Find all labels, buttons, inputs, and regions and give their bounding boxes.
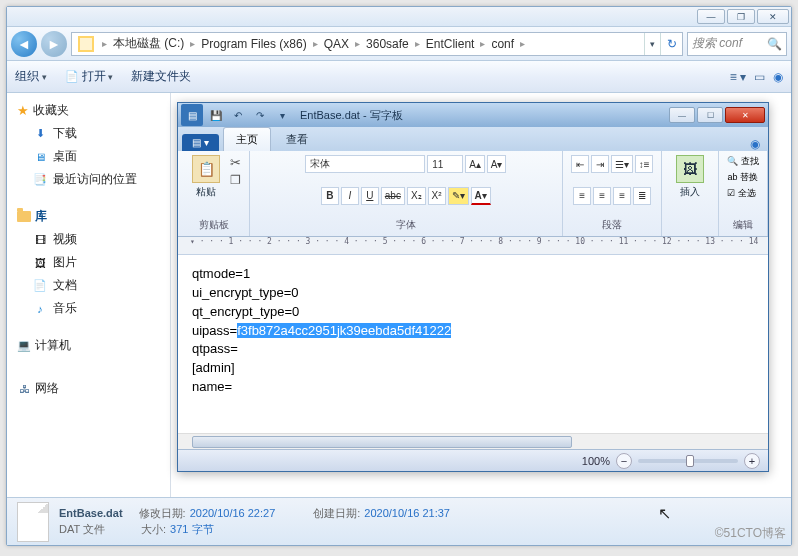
open-menu[interactable]: 📄 打开 [65, 68, 114, 85]
copy-button[interactable]: ❐ [230, 173, 241, 187]
wordpad-close-button[interactable]: ✕ [725, 107, 765, 123]
ribbon-tabs: ▤ ▾ 主页 查看 ◉ [178, 127, 768, 151]
view-options-button[interactable]: ≡ ▾ [730, 70, 746, 84]
highlight-button[interactable]: ✎▾ [448, 187, 469, 205]
status-mdate-label: 修改日期: [139, 506, 186, 521]
decrease-indent-button[interactable]: ⇤ [571, 155, 589, 173]
ribbon-clipboard-group: 📋粘贴 ✂ ❐ 剪贴板 [178, 151, 250, 236]
search-icon: 🔍 [767, 37, 782, 51]
forward-button[interactable]: ► [41, 31, 67, 57]
sidebar-favorites-header[interactable]: ★收藏夹 [11, 99, 166, 122]
sidebar-item-downloads[interactable]: ⬇下载 [11, 122, 166, 145]
maximize-button[interactable]: ❐ [727, 9, 755, 24]
superscript-button[interactable]: X² [428, 187, 446, 205]
preview-pane-button[interactable]: ▭ [754, 70, 765, 84]
wordpad-titlebar: ▤ 💾 ↶ ↷ ▾ EntBase.dat - 写字板 — ☐ ✕ [178, 103, 768, 127]
ruler[interactable]: ▾ · · · 1 · · · 2 · · · 3 · · · 4 · · · … [178, 237, 768, 255]
wordpad-minimize-button[interactable]: — [669, 107, 695, 123]
shrink-font-button[interactable]: A▾ [487, 155, 507, 173]
status-size-label: 大小: [141, 522, 166, 537]
increase-indent-button[interactable]: ⇥ [591, 155, 609, 173]
save-button[interactable]: 💾 [206, 106, 226, 124]
sidebar-item-music[interactable]: ♪音乐 [11, 297, 166, 320]
sidebar-item-pictures[interactable]: 🖼图片 [11, 251, 166, 274]
chevron-right-icon: ▸ [411, 38, 424, 49]
zoom-in-button[interactable]: + [744, 453, 760, 469]
address-dropdown-button[interactable]: ▾ [644, 33, 660, 55]
sidebar-item-documents[interactable]: 📄文档 [11, 274, 166, 297]
minimize-button[interactable]: — [697, 9, 725, 24]
strike-button[interactable]: abc [381, 187, 405, 205]
desktop-icon: 🖥 [33, 150, 47, 164]
insert-button[interactable]: 🖼插入 [670, 155, 710, 199]
sidebar-item-videos[interactable]: 🎞视频 [11, 228, 166, 251]
wordpad-maximize-button[interactable]: ☐ [697, 107, 723, 123]
ribbon-font-group: 宋体 11 A▴ A▾ B I U abc X₂ X² ✎▾ A▾ 字体 [250, 151, 563, 236]
underline-button[interactable]: U [361, 187, 379, 205]
file-menu-button[interactable]: ▤ ▾ [182, 134, 219, 151]
document-area[interactable]: qtmode=1 ui_encrypt_type=0 qt_encrypt_ty… [178, 255, 768, 433]
grow-font-button[interactable]: A▴ [465, 155, 485, 173]
align-center-button[interactable]: ≡ [593, 187, 611, 205]
ribbon-clipboard-label: 剪贴板 [199, 218, 229, 232]
status-size: 371 字节 [170, 522, 213, 537]
italic-button[interactable]: I [341, 187, 359, 205]
undo-button[interactable]: ↶ [228, 106, 248, 124]
sidebar-item-desktop[interactable]: 🖥桌面 [11, 145, 166, 168]
redo-button[interactable]: ↷ [250, 106, 270, 124]
status-mdate: 2020/10/16 22:27 [190, 506, 276, 521]
breadcrumb-segment[interactable]: Program Files (x86) [199, 37, 308, 51]
organize-menu[interactable]: 组织 [15, 68, 47, 85]
breadcrumb-segment[interactable]: conf [489, 37, 516, 51]
horizontal-scrollbar[interactable] [178, 433, 768, 449]
sidebar-item-network[interactable]: 🖧网络 [11, 377, 166, 400]
tab-home[interactable]: 主页 [223, 127, 271, 151]
zoom-slider-thumb[interactable] [686, 455, 694, 467]
qat-customize-button[interactable]: ▾ [272, 106, 292, 124]
close-button[interactable]: ✕ [757, 9, 789, 24]
ribbon-editing-label: 编辑 [733, 218, 753, 232]
justify-button[interactable]: ≣ [633, 187, 651, 205]
quick-access-toolbar: 💾 ↶ ↷ ▾ [206, 106, 292, 124]
ribbon-paragraph-label: 段落 [602, 218, 622, 232]
align-left-button[interactable]: ≡ [573, 187, 591, 205]
scrollbar-thumb[interactable] [192, 436, 572, 448]
subscript-button[interactable]: X₂ [407, 187, 426, 205]
tab-view[interactable]: 查看 [273, 127, 321, 151]
sidebar-libraries-header[interactable]: 库 [11, 205, 166, 228]
font-name-select[interactable]: 宋体 [305, 155, 425, 173]
recent-icon: 📑 [33, 173, 47, 187]
breadcrumb-segment[interactable]: QAX [322, 37, 351, 51]
help-button[interactable]: ◉ [773, 70, 783, 84]
align-right-button[interactable]: ≡ [613, 187, 631, 205]
replace-button[interactable]: ab 替换 [727, 171, 758, 184]
ribbon-help-button[interactable]: ◉ [742, 137, 768, 151]
zoom-out-button[interactable]: − [616, 453, 632, 469]
chevron-right-icon: ▸ [476, 38, 489, 49]
select-all-button[interactable]: ☑ 全选 [727, 187, 756, 200]
zoom-label: 100% [582, 455, 610, 467]
font-size-select[interactable]: 11 [427, 155, 463, 173]
cut-button[interactable]: ✂ [230, 155, 241, 170]
ribbon-font-label: 字体 [396, 218, 416, 232]
font-color-button[interactable]: A▾ [471, 187, 491, 205]
back-button[interactable]: ◄ [11, 31, 37, 57]
sidebar-item-computer[interactable]: 💻计算机 [11, 334, 166, 357]
sidebar-item-recent[interactable]: 📑最近访问的位置 [11, 168, 166, 191]
chevron-right-icon: ▸ [186, 38, 199, 49]
find-button[interactable]: 🔍 查找 [727, 155, 759, 168]
address-bar[interactable]: ▸ 本地磁盘 (C:)▸ Program Files (x86)▸ QAX▸ 3… [71, 32, 683, 56]
new-folder-button[interactable]: 新建文件夹 [131, 68, 191, 85]
search-input[interactable]: 搜索 conf 🔍 [687, 32, 787, 56]
bold-button[interactable]: B [321, 187, 339, 205]
paste-button[interactable]: 📋粘贴 [186, 155, 226, 199]
chevron-right-icon: ▸ [351, 38, 364, 49]
line-spacing-button[interactable]: ↕≡ [635, 155, 654, 173]
system-menu-button[interactable]: ▤ [181, 104, 203, 126]
bullets-button[interactable]: ☰▾ [611, 155, 633, 173]
breadcrumb-segment[interactable]: EntClient [424, 37, 477, 51]
breadcrumb-segment[interactable]: 360safe [364, 37, 411, 51]
refresh-button[interactable]: ↻ [660, 33, 682, 55]
zoom-slider[interactable] [638, 459, 738, 463]
breadcrumb-segment[interactable]: 本地磁盘 (C:) [111, 35, 186, 52]
